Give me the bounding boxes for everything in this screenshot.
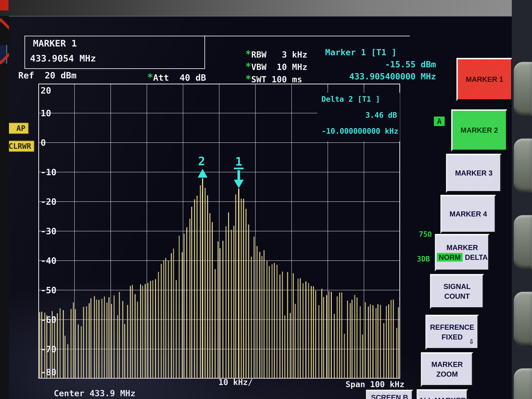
submenu-down-arrow-icon: ⇩ xyxy=(469,338,474,345)
ndb-indicator: 3DB xyxy=(417,255,430,263)
bezel-rib xyxy=(514,292,532,346)
red-corner-fragment xyxy=(0,0,8,10)
center-frequency-label: Center 433.9 MHz xyxy=(54,388,135,398)
y-axis-tick-label: 10 xyxy=(41,108,51,118)
coupled-indicator-icon: * xyxy=(147,72,153,83)
softkey-all-marker-off[interactable]: ALL MARKEROFF → xyxy=(417,389,468,399)
trace-mode-flag: AP xyxy=(9,123,29,134)
y-axis-tick-label: -10 xyxy=(41,167,57,177)
y-axis-tick-label: -60 xyxy=(41,315,57,325)
bezel-rib xyxy=(514,62,532,116)
attenuation-label: *Att 40 dB xyxy=(147,72,206,83)
bezel-rib xyxy=(514,215,532,269)
coupled-indicator-icon: * xyxy=(245,48,251,60)
vbw-label: *VBW 10 MHz xyxy=(245,61,307,72)
softkey-marker-norm-delta[interactable]: MARKER NORMDELTA xyxy=(435,234,490,271)
marker1-readout-frequency: 433.905400000 MHz xyxy=(349,72,436,81)
softkey-screen-b[interactable]: SCREEN B xyxy=(366,390,413,399)
y-axis-tick-label: -20 xyxy=(41,196,57,207)
top-bezel xyxy=(0,0,532,16)
svg-text:1: 1 xyxy=(235,155,242,168)
softkey-marker-3[interactable]: MARKER 3 xyxy=(446,154,502,193)
softkey-marker-2[interactable]: MARKER 2 xyxy=(451,109,507,152)
softkey-reference-fixed[interactable]: REFERENCEFIXED ⇩ xyxy=(425,315,479,350)
softkey-marker-4[interactable]: MARKER 4 xyxy=(440,195,496,234)
screen-a-indicator: A xyxy=(434,117,445,126)
marker-entry-value: 433.9054 MHz xyxy=(30,53,96,63)
scale-per-div-label: 10 kHz/ xyxy=(218,378,253,387)
span-label: Span 100 kHz xyxy=(346,380,404,389)
softkey-marker-1[interactable]: MARKER 1 xyxy=(456,58,512,101)
bezel-rib xyxy=(514,139,532,192)
marker1-readout-level: -15.55 dBm xyxy=(385,59,436,69)
y-axis-tick-label: -30 xyxy=(41,226,57,236)
delta-readout-level: 3.46 dB xyxy=(365,111,397,120)
y-axis-labels: 20100-10-20-30-40-50-60-70-80 xyxy=(38,84,87,379)
y-axis-tick-label: -50 xyxy=(41,285,57,295)
y-axis-tick-label: -70 xyxy=(41,344,57,354)
coupled-indicator-icon: * xyxy=(245,61,251,72)
marker-entry-title: MARKER 1 xyxy=(33,38,77,49)
softkey-signal-count[interactable]: SIGNALCOUNT xyxy=(430,274,484,309)
norm-highlight: NORM xyxy=(437,253,462,262)
y-axis-tick-label: -40 xyxy=(41,256,57,266)
coupled-indicator-icon: * xyxy=(245,73,251,85)
delta-readout-title: Delta 2 [T1 ] xyxy=(321,95,380,103)
y-axis-tick-label: 0 xyxy=(41,138,46,148)
rbw-label: *RBW 3 kHz xyxy=(245,48,307,60)
ref-level-label: Ref 20 dBm xyxy=(18,70,77,81)
y-axis-tick-label: -80 xyxy=(41,367,57,377)
y-axis-tick-label: 20 xyxy=(41,85,51,96)
marker-entry-box: MARKER 1 433.9054 MHz xyxy=(25,36,205,69)
swt-label: *SWT 100 ms xyxy=(245,73,302,85)
delta-readout-frequency: -10.000000000 kHz xyxy=(322,127,398,135)
analyzer-screen: MARKER 1 433.9054 MHz Ref 20 dBm *Att 40… xyxy=(9,16,512,399)
svg-text:2: 2 xyxy=(198,154,205,168)
impedance-indicator: 75Ω xyxy=(419,230,432,238)
delta-readout: Delta 2 [T1 ] 3.46 dB -10.000000000 kHz xyxy=(317,93,400,141)
trace-clrwr-flag: CLRWR xyxy=(9,141,34,152)
bezel-rib xyxy=(514,368,532,399)
marker1-readout-title: Marker 1 [T1 ] xyxy=(325,47,397,57)
softkey-marker-zoom[interactable]: MARKERZOOM xyxy=(421,352,473,387)
analyzer-photo: { "header": { "marker_box_title": "MARKE… xyxy=(0,0,532,399)
